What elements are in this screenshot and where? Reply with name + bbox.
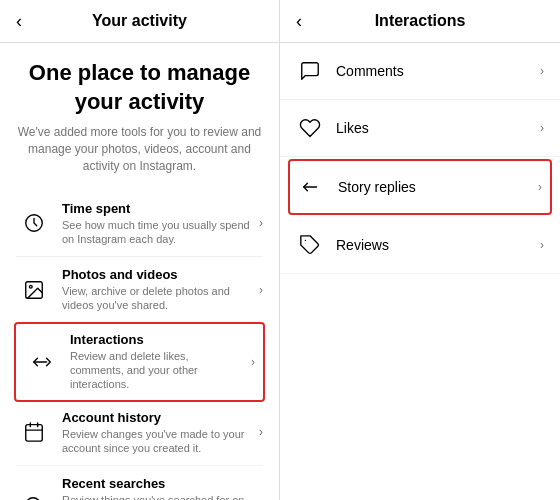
menu-item-recent-searches[interactable]: Recent searches Review things you've sea… — [16, 466, 263, 500]
chevron-icon: › — [259, 425, 263, 439]
photos-label: Photos and videos — [62, 267, 251, 282]
left-panel: ‹ Your activity One place to manage your… — [0, 0, 280, 500]
photos-desc: View, archive or delete photos and video… — [62, 284, 251, 313]
calendar-icon — [16, 414, 52, 450]
menu-item-interactions[interactable]: Interactions Review and delete likes, co… — [14, 322, 265, 402]
account-history-desc: Review changes you've made to your accou… — [62, 427, 251, 456]
svg-rect-3 — [26, 425, 43, 442]
left-back-icon[interactable]: ‹ — [16, 11, 22, 32]
chevron-icon: › — [540, 121, 544, 135]
hero-title: One place to manage your activity — [16, 59, 263, 116]
menu-item-likes[interactable]: Likes › — [280, 100, 560, 157]
photos-icon — [16, 272, 52, 308]
chevron-icon: › — [259, 216, 263, 230]
left-header: ‹ Your activity — [0, 0, 279, 43]
comment-icon — [296, 57, 324, 85]
interactions-label: Interactions — [70, 332, 243, 347]
comments-label: Comments — [336, 63, 532, 79]
likes-label: Likes — [336, 120, 532, 136]
chevron-icon: › — [538, 180, 542, 194]
recent-searches-label: Recent searches — [62, 476, 251, 491]
search-icon — [16, 488, 52, 500]
menu-item-comments[interactable]: Comments › — [280, 43, 560, 100]
menu-item-story-replies[interactable]: Story replies › — [288, 159, 552, 215]
right-panel: ‹ Interactions Comments › Likes › Story … — [280, 0, 560, 500]
time-spent-label: Time spent — [62, 201, 251, 216]
menu-item-photos-videos[interactable]: Photos and videos View, archive or delet… — [16, 257, 263, 324]
hero-subtitle: We've added more tools for you to review… — [16, 124, 263, 174]
menu-item-reviews[interactable]: Reviews › — [280, 217, 560, 274]
right-back-icon[interactable]: ‹ — [296, 11, 302, 32]
clock-icon — [16, 205, 52, 241]
right-panel-title: Interactions — [375, 12, 466, 30]
interactions-icon — [24, 344, 60, 380]
left-content: One place to manage your activity We've … — [0, 43, 279, 500]
heart-icon — [296, 114, 324, 142]
left-panel-title: Your activity — [92, 12, 187, 30]
menu-item-account-history[interactable]: Account history Review changes you've ma… — [16, 400, 263, 467]
recent-searches-desc: Review things you've searched for on Ins… — [62, 493, 251, 500]
chevron-icon: › — [540, 238, 544, 252]
story-reply-icon — [298, 173, 326, 201]
right-header: ‹ Interactions — [280, 0, 560, 43]
account-history-label: Account history — [62, 410, 251, 425]
tag-icon — [296, 231, 324, 259]
svg-point-2 — [29, 285, 32, 288]
menu-item-time-spent[interactable]: Time spent See how much time you usually… — [16, 191, 263, 258]
chevron-icon: › — [540, 64, 544, 78]
chevron-icon: › — [259, 283, 263, 297]
time-spent-desc: See how much time you usually spend on I… — [62, 218, 251, 247]
story-replies-label: Story replies — [338, 179, 530, 195]
reviews-label: Reviews — [336, 237, 532, 253]
interactions-desc: Review and delete likes, comments, and y… — [70, 349, 243, 392]
chevron-icon: › — [251, 355, 255, 369]
